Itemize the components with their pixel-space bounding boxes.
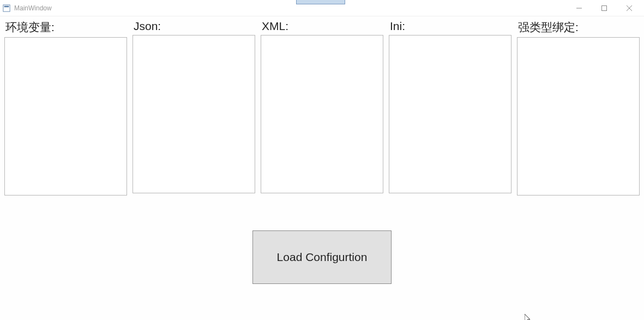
main-content: 环境变量: Json: XML: Ini: 强类型绑定: Load Config… [0,16,644,287]
column-json: Json: [133,20,255,195]
column-label-ini: Ini: [389,20,511,33]
svg-rect-1 [4,5,9,7]
close-button[interactable] [617,0,642,16]
button-area: Load Configurtion [4,230,640,284]
textbox-typed[interactable] [517,37,640,195]
titlebar-hint-tab [296,0,345,4]
textbox-xml[interactable] [261,35,383,193]
window-controls [567,0,642,16]
app-icon [2,4,11,13]
column-ini: Ini: [389,20,511,195]
column-env: 环境变量: [4,20,127,195]
load-configuration-button[interactable]: Load Configurtion [252,230,392,284]
textbox-ini[interactable] [389,35,511,193]
column-xml: XML: [261,20,383,195]
column-typed: 强类型绑定: [517,20,640,195]
column-label-json: Json: [133,20,255,33]
cursor-icon [525,314,531,320]
svg-rect-3 [602,5,607,10]
minimize-button[interactable] [567,0,592,16]
textbox-env[interactable] [4,37,127,195]
columns-row: 环境变量: Json: XML: Ini: 强类型绑定: [4,20,640,195]
maximize-button[interactable] [592,0,617,16]
column-label-env: 环境变量: [4,20,127,35]
column-label-typed: 强类型绑定: [517,20,640,35]
window-title: MainWindow [14,4,567,12]
textbox-json[interactable] [133,35,255,193]
column-label-xml: XML: [261,20,383,33]
